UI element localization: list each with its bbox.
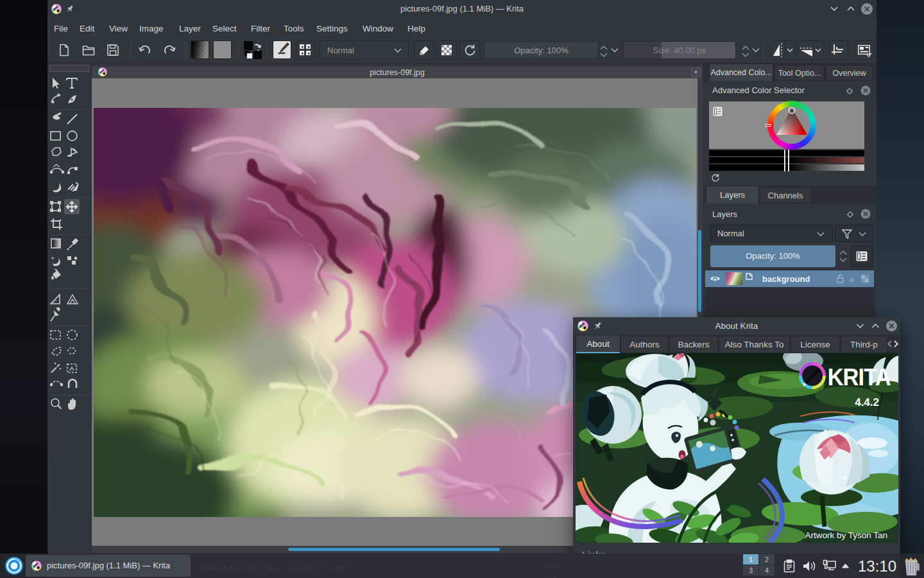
svg-text:4.4.2: 4.4.2 — [855, 396, 879, 408]
svg-text:KRITA: KRITA — [828, 363, 891, 391]
svg-text:α: α — [850, 274, 855, 284]
svg-text:Artwork by Tyson Tan: Artwork by Tyson Tan — [805, 530, 887, 540]
